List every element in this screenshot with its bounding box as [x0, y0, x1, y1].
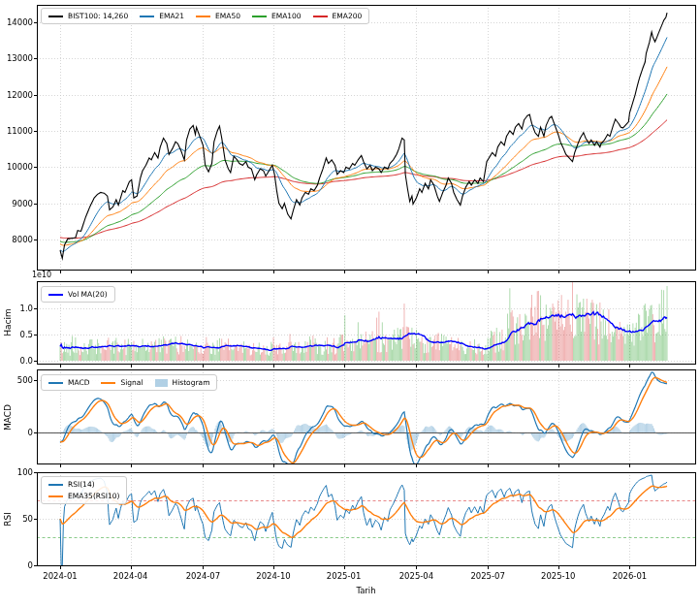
- legend-line-swatch: [48, 484, 63, 486]
- y-tick-label: 1.0: [0, 304, 33, 313]
- x-tick-label: 2025-07: [462, 571, 513, 581]
- legend-entry-label: EMA100: [271, 12, 302, 20]
- macd-legend: MACDSignalHistogram: [41, 374, 217, 391]
- legend-entry-signal: Signal: [101, 378, 143, 387]
- y-tick-label: 50: [0, 514, 33, 524]
- y-tick-label: 0: [0, 560, 33, 570]
- chart-text-layer: Hacim MACD RSI Tarih 1e10 80009000100001…: [0, 0, 700, 607]
- legend-entry-macd: MACD: [48, 378, 89, 387]
- x-tick-label: 2024-07: [177, 571, 228, 581]
- x-tick-label: 2026-01: [604, 571, 654, 581]
- x-tick-label: 2024-04: [106, 571, 156, 581]
- y-tick-label: 14000: [0, 17, 33, 27]
- legend-entry-label: EMA35(RSI10): [68, 492, 119, 500]
- legend-entry-label: BIST100: 14,260: [68, 12, 128, 20]
- legend-line-swatch: [48, 382, 63, 384]
- legend-line-swatch: [252, 16, 267, 17]
- y-tick-label: 9000: [0, 199, 33, 208]
- legend-entry-label: EMA200: [333, 12, 363, 20]
- bist100-technical-chart: Hacim MACD RSI Tarih 1e10 80009000100001…: [0, 0, 700, 607]
- y-tick-label: 0.5: [0, 330, 33, 339]
- x-tick-label: 2024-01: [35, 571, 85, 581]
- legend-entry-label: Vol MA(20): [68, 290, 108, 299]
- y-tick-label: 8000: [0, 235, 33, 244]
- legend-line-swatch: [48, 16, 63, 17]
- legend-entry-ema200: EMA200: [313, 12, 363, 20]
- legend-entry-label: MACD: [68, 378, 89, 387]
- x-tick-label: 2025-10: [533, 571, 584, 581]
- volume-axis-label: Hacim: [3, 294, 14, 352]
- legend-entry-label: RSI(14): [68, 480, 95, 489]
- y-tick-label: 0: [0, 428, 33, 437]
- legend-line-swatch: [140, 16, 154, 17]
- x-tick-label: 2025-01: [319, 571, 369, 581]
- legend-entry-ema50: EMA50: [196, 12, 240, 20]
- legend-patch-swatch: [155, 379, 168, 387]
- legend-entry-vol-ma-20: Vol MA(20): [48, 290, 108, 299]
- volume-legend: Vol MA(20): [41, 286, 115, 303]
- y-tick-label: 12000: [0, 90, 33, 100]
- price-legend: BIST100: 14,260EMA21EMA50EMA100EMA200: [41, 8, 369, 24]
- legend-entry-label: EMA50: [215, 12, 240, 20]
- legend-entry-label: EMA21: [159, 12, 184, 20]
- x-tick-label: 2025-04: [391, 571, 441, 581]
- x-axis-label: Tarih: [37, 586, 695, 595]
- legend-entry-ema21: EMA21: [140, 12, 184, 20]
- y-tick-label: 11000: [0, 126, 33, 136]
- legend-entry-ema100: EMA100: [252, 12, 302, 20]
- legend-entry-histogram: Histogram: [155, 378, 210, 387]
- legend-line-swatch: [48, 294, 63, 296]
- y-tick-label: 0.0: [0, 356, 33, 366]
- y-tick-label: 500: [0, 375, 33, 385]
- x-tick-label: 2024-10: [248, 571, 299, 581]
- legend-line-swatch: [48, 495, 63, 497]
- legend-line-swatch: [101, 382, 115, 384]
- legend-line-swatch: [196, 16, 210, 17]
- y-tick-label: 13000: [0, 53, 33, 63]
- volume-offset-text: 1e10: [32, 271, 51, 279]
- y-tick-label: 10000: [0, 162, 33, 172]
- legend-entry-ema35-rsi10: EMA35(RSI10): [48, 492, 119, 500]
- legend-entry-label: Histogram: [173, 378, 210, 387]
- legend-entry-label: Signal: [120, 378, 143, 387]
- macd-axis-label: MACD: [3, 389, 14, 447]
- legend-line-swatch: [313, 16, 328, 17]
- rsi-legend: RSI(14)EMA35(RSI10): [41, 476, 127, 504]
- legend-entry-rsi-14: RSI(14): [48, 480, 95, 489]
- legend-entry-bist100-14-260: BIST100: 14,260: [48, 12, 128, 20]
- y-tick-label: 100: [0, 467, 33, 477]
